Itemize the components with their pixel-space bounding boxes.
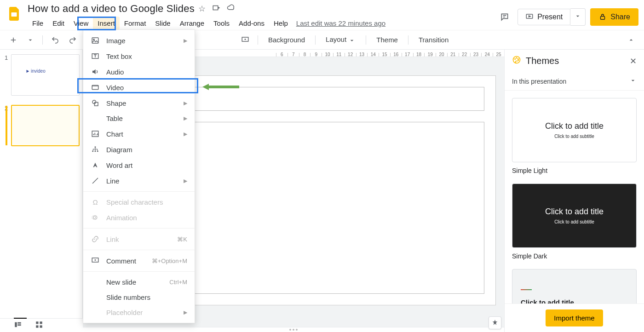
theme-label: Simple Dark	[512, 252, 637, 260]
insert-special-characters: Ω Special characters	[83, 195, 195, 210]
undo-button[interactable]	[47, 33, 63, 47]
svg-marker-32	[202, 84, 209, 90]
explore-button[interactable]	[489, 316, 501, 329]
theme-simple-dark[interactable]: Click to add title Click to add subtitle	[512, 183, 637, 248]
insert-line[interactable]: Line ▶	[83, 173, 195, 189]
expand-section-icon[interactable]	[629, 77, 637, 86]
insert-placeholder: Placeholder ▶	[83, 305, 195, 320]
add-comment-button[interactable]	[237, 33, 253, 47]
speaker-notes-handle[interactable]	[83, 327, 504, 332]
insert-video[interactable]: Video	[83, 80, 195, 95]
insert-chart[interactable]: Chart ▶	[83, 126, 195, 142]
chart-icon	[91, 130, 100, 138]
insert-shape[interactable]: Shape ▶	[83, 95, 195, 111]
view-toggle-bar	[0, 318, 83, 332]
line-icon	[91, 177, 100, 185]
new-slide-button[interactable]	[6, 33, 21, 47]
svg-point-26	[95, 150, 96, 152]
insert-diagram[interactable]: Diagram	[83, 142, 195, 157]
svg-rect-37	[40, 321, 42, 324]
theme-button[interactable]: Theme	[371, 33, 403, 46]
slide-thumbnail-panel: 1 invideo 2	[0, 50, 83, 332]
menu-help[interactable]: Help	[269, 17, 293, 30]
insert-comment[interactable]: Comment ⌘+Option+M	[83, 253, 195, 269]
move-icon[interactable]	[212, 4, 220, 14]
star-icon[interactable]: ☆	[198, 4, 206, 14]
present-button[interactable]: Present	[518, 9, 570, 25]
svg-rect-35	[17, 324, 21, 326]
svg-rect-22	[95, 103, 98, 106]
insert-new-slide[interactable]: New slide Ctrl+M	[83, 275, 195, 290]
themes-panel: Themes ✕ In this presentation Click to a…	[504, 50, 644, 332]
diagram-icon	[91, 145, 100, 154]
svg-point-12	[93, 39, 94, 40]
import-theme-button[interactable]: Import theme	[546, 309, 603, 326]
submenu-arrow-icon: ▶	[184, 100, 187, 106]
svg-rect-34	[17, 322, 21, 323]
menu-addons[interactable]: Add-ons	[234, 17, 269, 30]
menu-file[interactable]: File	[28, 17, 48, 30]
collapse-toolbar-button[interactable]	[624, 34, 638, 46]
svg-point-19	[96, 86, 97, 86]
submenu-arrow-icon: ▶	[184, 115, 187, 121]
theme-label: Simple Light	[512, 167, 637, 174]
menu-edit[interactable]: Edit	[48, 17, 69, 30]
menu-arrange[interactable]: Arrange	[175, 17, 209, 30]
invideo-logo: invideo	[25, 69, 46, 74]
menu-format[interactable]: Format	[120, 17, 151, 30]
grid-view-icon[interactable]	[35, 321, 43, 331]
close-themes-button[interactable]: ✕	[630, 56, 637, 66]
insert-textbox[interactable]: Text box	[83, 48, 195, 64]
annotation-arrow	[202, 84, 239, 90]
svg-point-8	[515, 59, 516, 60]
comment-icon	[91, 257, 100, 265]
insert-image[interactable]: Image ▶	[83, 33, 195, 48]
svg-point-24	[95, 146, 96, 148]
textbox-icon	[91, 52, 100, 60]
menu-tools[interactable]: Tools	[209, 17, 234, 30]
filmstrip-view-icon[interactable]	[14, 321, 22, 331]
theme-simple-light[interactable]: Click to add title Click to add subtitle	[512, 98, 637, 162]
open-comments-button[interactable]	[496, 9, 513, 25]
slide-number: 1	[5, 54, 11, 96]
share-button[interactable]: Share	[590, 8, 638, 26]
wordart-icon	[91, 161, 100, 169]
transition-button[interactable]: Transition	[413, 33, 454, 46]
layout-button[interactable]: Layout	[320, 33, 361, 46]
svg-point-27	[97, 150, 98, 152]
insert-link: Link ⌘K	[83, 231, 195, 247]
menu-insert[interactable]: Insert	[93, 17, 120, 30]
svg-rect-38	[36, 325, 38, 327]
slides-logo[interactable]	[6, 5, 24, 23]
background-button[interactable]: Background	[263, 33, 310, 46]
present-options-caret[interactable]	[570, 8, 586, 26]
share-label: Share	[610, 13, 630, 21]
svg-rect-0	[12, 12, 17, 17]
insert-audio[interactable]: Audio	[83, 64, 195, 80]
svg-point-9	[516, 57, 517, 58]
new-slide-caret[interactable]	[23, 34, 38, 46]
menu-slide[interactable]: Slide	[150, 17, 175, 30]
svg-point-18	[95, 86, 95, 86]
slide-thumbnail-2[interactable]	[11, 105, 80, 146]
svg-point-25	[92, 150, 93, 152]
svg-point-16	[93, 86, 93, 86]
svg-point-17	[94, 86, 94, 86]
palette-icon	[512, 55, 521, 67]
doc-title[interactable]: How to add a video to Google Slides	[28, 3, 195, 15]
animation-icon	[91, 213, 100, 222]
svg-rect-33	[15, 322, 17, 327]
insert-table[interactable]: Table ▶	[83, 111, 195, 126]
insert-wordart[interactable]: Word art	[83, 157, 195, 173]
themes-title: Themes	[526, 56, 559, 66]
themes-section-label: In this presentation	[512, 78, 566, 85]
menu-view[interactable]: View	[69, 17, 93, 30]
cloud-status-icon[interactable]	[227, 4, 235, 14]
insert-slide-numbers[interactable]: Slide numbers	[83, 290, 195, 305]
last-edit-text[interactable]: Last edit was 22 minutes ago	[296, 17, 385, 30]
redo-button[interactable]	[65, 33, 80, 47]
theme-streamline[interactable]: Click to add title Click to add subtitle	[512, 269, 637, 303]
svg-rect-2	[601, 17, 605, 20]
submenu-arrow-icon: ▶	[184, 38, 187, 44]
slide-thumbnail-1[interactable]: invideo	[11, 54, 80, 96]
